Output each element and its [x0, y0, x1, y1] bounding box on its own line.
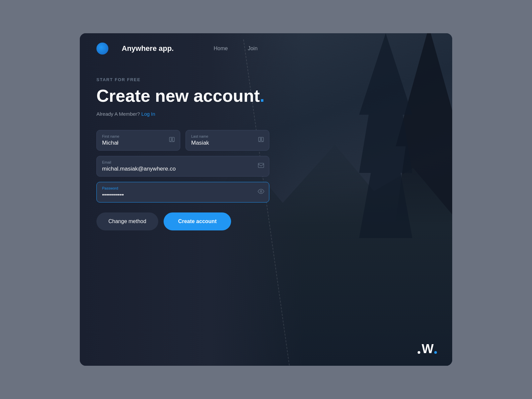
svg-point-3: [260, 138, 262, 140]
name-row: First name Last name: [96, 130, 269, 151]
already-member-text: Already A Member? Log In: [96, 111, 269, 117]
last-name-group: Last name: [186, 130, 269, 151]
first-name-group: First name: [96, 130, 180, 151]
last-name-label: Last name: [191, 134, 254, 138]
email-row: Email: [96, 156, 269, 177]
brand-name: Anywhere app.: [122, 44, 174, 53]
email-group: Email: [96, 156, 269, 177]
nav-link-join[interactable]: Join: [248, 46, 257, 52]
aw-logo: W: [418, 342, 437, 355]
start-label: START FOR FREE: [96, 77, 269, 82]
watermark: W: [418, 342, 437, 355]
password-row: Password: [96, 182, 269, 202]
first-name-label: First name: [102, 134, 165, 138]
main-card: Anywhere app. Home Join START FOR FREE C…: [80, 33, 452, 366]
aw-dot-left: [418, 351, 420, 354]
change-method-button[interactable]: Change method: [96, 212, 158, 230]
email-icon: [258, 162, 264, 170]
create-account-button[interactable]: Create account: [164, 212, 231, 230]
nav-link-home[interactable]: Home: [213, 46, 228, 52]
login-link[interactable]: Log In: [141, 111, 155, 117]
logo-circle: [96, 43, 108, 55]
page-headline: Create new account.: [96, 87, 269, 105]
navigation: Anywhere app. Home Join: [80, 33, 452, 64]
email-input[interactable]: [102, 166, 254, 172]
svg-point-1: [171, 138, 173, 140]
password-input[interactable]: [102, 192, 254, 198]
page-content: Anywhere app. Home Join START FOR FREE C…: [80, 33, 452, 366]
email-label: Email: [102, 160, 254, 164]
form-section: START FOR FREE Create new account. Alrea…: [80, 64, 286, 366]
button-row: Change method Create account: [96, 212, 269, 230]
eye-icon[interactable]: [258, 188, 264, 196]
person-icon-2: [258, 136, 264, 144]
person-icon: [169, 136, 175, 144]
password-label: Password: [102, 186, 254, 190]
aw-dot-right: [434, 351, 437, 354]
password-group: Password: [96, 182, 269, 202]
first-name-input[interactable]: [102, 140, 165, 146]
nav-links: Home Join: [213, 46, 257, 52]
aw-letters: W: [422, 342, 433, 355]
svg-point-5: [260, 191, 262, 192]
svg-rect-4: [258, 163, 264, 167]
last-name-input[interactable]: [191, 140, 254, 146]
